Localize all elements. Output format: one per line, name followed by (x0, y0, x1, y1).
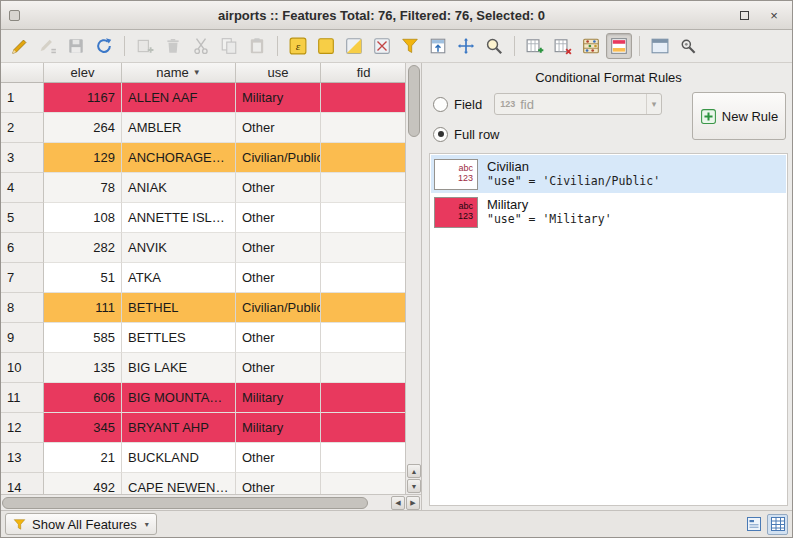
cell-use[interactable]: Other (236, 113, 321, 143)
cell-fid[interactable] (321, 143, 405, 173)
cell-fid[interactable] (321, 233, 405, 263)
row-number[interactable]: 13 (1, 443, 44, 473)
pan-to-selection-button[interactable] (453, 33, 479, 59)
vertical-scrollbar-thumb[interactable] (408, 65, 420, 137)
cell-fid[interactable] (321, 113, 405, 143)
cell-name[interactable]: ANVIK (122, 233, 236, 263)
cell-elev[interactable]: 345 (44, 413, 122, 443)
cell-use[interactable]: Civilian/Public (236, 293, 321, 323)
form-view-button[interactable] (743, 514, 764, 535)
cell-name[interactable]: AMBLER (122, 113, 236, 143)
new-field-button[interactable] (522, 33, 548, 59)
cell-name[interactable]: ANIAK (122, 173, 236, 203)
column-header-use[interactable]: use (236, 63, 321, 82)
cell-name[interactable]: BETTLES (122, 323, 236, 353)
rule-item[interactable]: abc123Military"use" = 'Military' (431, 193, 786, 231)
horizontal-scrollbar[interactable]: ◀ ▶ (1, 494, 421, 510)
cell-name[interactable]: ATKA (122, 263, 236, 293)
invert-selection-button[interactable] (341, 33, 367, 59)
add-feature-button[interactable] (132, 33, 158, 59)
vertical-scrollbar[interactable]: ▲ ▼ (405, 63, 421, 494)
field-calculator-button[interactable] (578, 33, 604, 59)
cell-elev[interactable]: 492 (44, 473, 122, 494)
cell-elev[interactable]: 282 (44, 233, 122, 263)
delete-field-button[interactable] (550, 33, 576, 59)
cell-elev[interactable]: 135 (44, 353, 122, 383)
select-by-expression-button[interactable]: ε (285, 33, 311, 59)
cell-elev[interactable]: 21 (44, 443, 122, 473)
table-view-button[interactable] (767, 514, 788, 535)
cell-elev[interactable]: 129 (44, 143, 122, 173)
scroll-left-button[interactable]: ◀ (391, 496, 405, 510)
cell-use[interactable]: Other (236, 203, 321, 233)
cell-use[interactable]: Military (236, 383, 321, 413)
cell-name[interactable]: BUCKLAND (122, 443, 236, 473)
cell-fid[interactable] (321, 473, 405, 494)
row-number[interactable]: 3 (1, 143, 44, 173)
row-number[interactable]: 5 (1, 203, 44, 233)
select-all-button[interactable] (313, 33, 339, 59)
reload-button[interactable] (91, 33, 117, 59)
row-number[interactable]: 7 (1, 263, 44, 293)
cell-use[interactable]: Military (236, 83, 321, 113)
horizontal-scrollbar-thumb[interactable] (2, 497, 368, 509)
scroll-up-button[interactable]: ▲ (407, 464, 421, 478)
cell-elev[interactable]: 1167 (44, 83, 122, 113)
maximize-button[interactable] (734, 6, 754, 24)
cell-fid[interactable] (321, 203, 405, 233)
cell-name[interactable]: BETHEL (122, 293, 236, 323)
cell-name[interactable]: ANCHORAGE… (122, 143, 236, 173)
field-combo[interactable]: 123 fid ▾ (494, 93, 662, 115)
cut-features-button[interactable] (188, 33, 214, 59)
cell-fid[interactable] (321, 353, 405, 383)
row-number[interactable]: 8 (1, 293, 44, 323)
cell-fid[interactable] (321, 413, 405, 443)
multi-edit-button[interactable] (35, 33, 61, 59)
cell-use[interactable]: Other (236, 233, 321, 263)
cell-name[interactable]: ANNETTE ISL… (122, 203, 236, 233)
cell-elev[interactable]: 78 (44, 173, 122, 203)
cell-elev[interactable]: 585 (44, 323, 122, 353)
column-header-fid[interactable]: fid (321, 63, 405, 82)
cell-name[interactable]: BRYANT AHP (122, 413, 236, 443)
full-row-radio[interactable] (433, 127, 448, 142)
cell-fid[interactable] (321, 443, 405, 473)
copy-features-button[interactable] (216, 33, 242, 59)
cell-fid[interactable] (321, 263, 405, 293)
row-number[interactable]: 9 (1, 323, 44, 353)
toggle-editing-button[interactable] (7, 33, 33, 59)
cell-fid[interactable] (321, 83, 405, 113)
zoom-to-selection-button[interactable] (481, 33, 507, 59)
cell-elev[interactable]: 606 (44, 383, 122, 413)
delete-selected-button[interactable] (160, 33, 186, 59)
full-row-radio-row[interactable]: Full row (433, 123, 684, 145)
cell-use[interactable]: Other (236, 473, 321, 494)
cell-name[interactable]: BIG LAKE (122, 353, 236, 383)
cell-use[interactable]: Civilian/Public (236, 143, 321, 173)
scroll-down-button[interactable]: ▼ (407, 479, 421, 493)
cell-elev[interactable]: 264 (44, 113, 122, 143)
row-number[interactable]: 10 (1, 353, 44, 383)
new-rule-button[interactable]: New Rule (692, 92, 786, 140)
field-radio[interactable] (433, 97, 448, 112)
filter-select-form-button[interactable] (397, 33, 423, 59)
cell-use[interactable]: Military (236, 413, 321, 443)
row-number[interactable]: 6 (1, 233, 44, 263)
cell-fid[interactable] (321, 293, 405, 323)
cell-name[interactable]: ALLEN AAF (122, 83, 236, 113)
header-corner[interactable] (1, 63, 44, 82)
actions-button[interactable] (675, 33, 701, 59)
row-number[interactable]: 4 (1, 173, 44, 203)
cell-use[interactable]: Other (236, 443, 321, 473)
row-number[interactable]: 12 (1, 413, 44, 443)
cell-name[interactable]: BIG MOUNTA… (122, 383, 236, 413)
cell-elev[interactable]: 51 (44, 263, 122, 293)
paste-features-button[interactable] (244, 33, 270, 59)
scroll-right-button[interactable]: ▶ (406, 496, 420, 510)
cell-use[interactable]: Other (236, 323, 321, 353)
cell-fid[interactable] (321, 323, 405, 353)
close-button[interactable]: × (764, 6, 784, 24)
field-radio-row[interactable]: Field 123 fid ▾ (433, 93, 684, 115)
deselect-all-button[interactable] (369, 33, 395, 59)
cell-use[interactable]: Other (236, 353, 321, 383)
